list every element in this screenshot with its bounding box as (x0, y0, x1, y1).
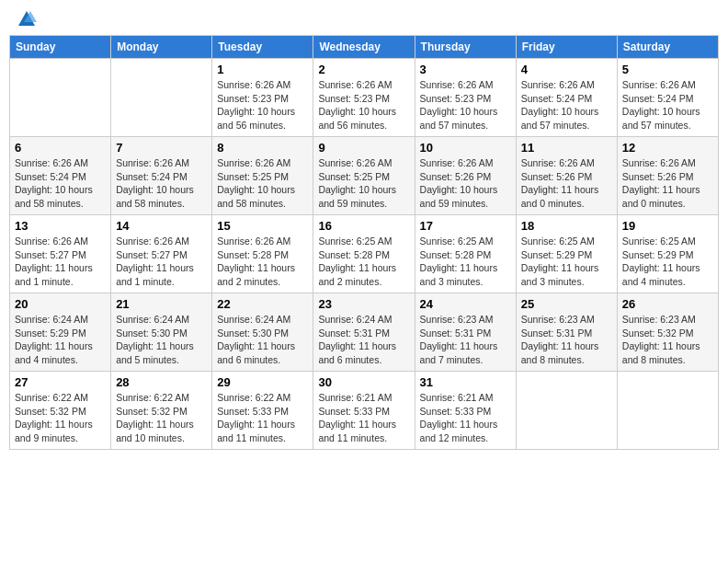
calendar-cell: 7Sunrise: 6:26 AM Sunset: 5:24 PM Daylig… (111, 137, 212, 215)
calendar-cell: 24Sunrise: 6:23 AM Sunset: 5:31 PM Dayli… (415, 293, 516, 372)
day-info: Sunrise: 6:26 AM Sunset: 5:24 PM Dayligh… (15, 156, 106, 211)
page-header (9, 9, 719, 29)
day-info: Sunrise: 6:25 AM Sunset: 5:29 PM Dayligh… (622, 235, 713, 289)
day-number: 12 (622, 141, 713, 155)
calendar-cell: 9Sunrise: 6:26 AM Sunset: 5:25 PM Daylig… (313, 137, 415, 215)
calendar-cell: 10Sunrise: 6:26 AM Sunset: 5:26 PM Dayli… (415, 137, 516, 215)
day-number: 7 (116, 141, 207, 155)
calendar-cell: 26Sunrise: 6:23 AM Sunset: 5:32 PM Dayli… (617, 293, 718, 372)
day-info: Sunrise: 6:23 AM Sunset: 5:32 PM Dayligh… (622, 313, 713, 367)
calendar-cell: 16Sunrise: 6:25 AM Sunset: 5:28 PM Dayli… (313, 215, 415, 293)
day-number: 16 (318, 219, 409, 233)
calendar-cell: 21Sunrise: 6:24 AM Sunset: 5:30 PM Dayli… (111, 293, 212, 372)
day-info: Sunrise: 6:26 AM Sunset: 5:23 PM Dayligh… (318, 78, 409, 132)
day-number: 23 (318, 297, 409, 311)
day-info: Sunrise: 6:26 AM Sunset: 5:23 PM Dayligh… (420, 78, 511, 132)
day-number: 22 (217, 297, 308, 311)
day-info: Sunrise: 6:26 AM Sunset: 5:25 PM Dayligh… (318, 156, 409, 211)
day-info: Sunrise: 6:25 AM Sunset: 5:28 PM Dayligh… (318, 235, 409, 289)
day-number: 17 (420, 219, 511, 233)
day-number: 19 (622, 219, 713, 233)
day-number: 18 (521, 219, 612, 233)
day-number: 2 (318, 63, 409, 76)
calendar-day-header: Monday (111, 36, 212, 59)
day-info: Sunrise: 6:25 AM Sunset: 5:28 PM Dayligh… (420, 235, 511, 289)
day-number: 3 (420, 63, 511, 76)
calendar-cell: 28Sunrise: 6:22 AM Sunset: 5:32 PM Dayli… (111, 372, 212, 450)
calendar-day-header: Wednesday (313, 36, 415, 59)
calendar-cell: 2Sunrise: 6:26 AM Sunset: 5:23 PM Daylig… (313, 59, 415, 137)
calendar-cell: 3Sunrise: 6:26 AM Sunset: 5:23 PM Daylig… (415, 59, 516, 137)
day-info: Sunrise: 6:26 AM Sunset: 5:26 PM Dayligh… (521, 156, 612, 211)
day-info: Sunrise: 6:26 AM Sunset: 5:24 PM Dayligh… (622, 78, 713, 132)
calendar-cell: 29Sunrise: 6:22 AM Sunset: 5:33 PM Dayli… (212, 372, 313, 450)
calendar-day-header: Thursday (415, 36, 516, 59)
calendar-cell: 15Sunrise: 6:26 AM Sunset: 5:28 PM Dayli… (212, 215, 313, 293)
calendar-cell: 23Sunrise: 6:24 AM Sunset: 5:31 PM Dayli… (313, 293, 415, 372)
day-info: Sunrise: 6:25 AM Sunset: 5:29 PM Dayligh… (521, 235, 612, 289)
calendar-cell: 12Sunrise: 6:26 AM Sunset: 5:26 PM Dayli… (617, 137, 718, 215)
day-number: 31 (420, 375, 511, 389)
calendar-table: SundayMondayTuesdayWednesdayThursdayFrid… (9, 35, 719, 450)
calendar-week-row: 20Sunrise: 6:24 AM Sunset: 5:29 PM Dayli… (10, 293, 719, 372)
day-info: Sunrise: 6:24 AM Sunset: 5:31 PM Dayligh… (318, 313, 409, 367)
day-info: Sunrise: 6:22 AM Sunset: 5:32 PM Dayligh… (116, 391, 207, 445)
calendar-day-header: Friday (516, 36, 617, 59)
day-number: 8 (217, 141, 308, 155)
calendar-cell: 14Sunrise: 6:26 AM Sunset: 5:27 PM Dayli… (111, 215, 212, 293)
day-info: Sunrise: 6:23 AM Sunset: 5:31 PM Dayligh… (521, 313, 612, 367)
day-number: 4 (521, 63, 612, 76)
calendar-cell: 4Sunrise: 6:26 AM Sunset: 5:24 PM Daylig… (516, 59, 617, 137)
calendar-cell: 13Sunrise: 6:26 AM Sunset: 5:27 PM Dayli… (10, 215, 111, 293)
day-number: 26 (622, 297, 713, 311)
calendar-cell (10, 59, 111, 137)
calendar-cell: 27Sunrise: 6:22 AM Sunset: 5:32 PM Dayli… (10, 372, 111, 450)
day-info: Sunrise: 6:26 AM Sunset: 5:25 PM Dayligh… (217, 156, 308, 211)
logo-icon (17, 9, 37, 29)
calendar-week-row: 13Sunrise: 6:26 AM Sunset: 5:27 PM Dayli… (10, 215, 719, 293)
calendar-header-row: SundayMondayTuesdayWednesdayThursdayFrid… (10, 36, 719, 59)
day-number: 21 (116, 297, 207, 311)
calendar-cell: 25Sunrise: 6:23 AM Sunset: 5:31 PM Dayli… (516, 293, 617, 372)
calendar-cell: 17Sunrise: 6:25 AM Sunset: 5:28 PM Dayli… (415, 215, 516, 293)
day-info: Sunrise: 6:26 AM Sunset: 5:26 PM Dayligh… (622, 156, 713, 211)
day-number: 27 (15, 375, 106, 389)
day-number: 20 (15, 297, 106, 311)
day-info: Sunrise: 6:22 AM Sunset: 5:33 PM Dayligh… (217, 391, 308, 445)
logo (13, 9, 40, 29)
day-number: 15 (217, 219, 308, 233)
day-info: Sunrise: 6:26 AM Sunset: 5:24 PM Dayligh… (521, 78, 612, 132)
day-number: 14 (116, 219, 207, 233)
calendar-cell: 5Sunrise: 6:26 AM Sunset: 5:24 PM Daylig… (617, 59, 718, 137)
calendar-cell (111, 59, 212, 137)
calendar-week-row: 6Sunrise: 6:26 AM Sunset: 5:24 PM Daylig… (10, 137, 719, 215)
day-info: Sunrise: 6:22 AM Sunset: 5:32 PM Dayligh… (15, 391, 106, 445)
day-info: Sunrise: 6:24 AM Sunset: 5:30 PM Dayligh… (217, 313, 308, 367)
day-info: Sunrise: 6:21 AM Sunset: 5:33 PM Dayligh… (420, 391, 511, 445)
calendar-cell: 6Sunrise: 6:26 AM Sunset: 5:24 PM Daylig… (10, 137, 111, 215)
calendar-cell: 19Sunrise: 6:25 AM Sunset: 5:29 PM Dayli… (617, 215, 718, 293)
day-number: 5 (622, 63, 713, 76)
day-number: 28 (116, 375, 207, 389)
day-number: 25 (521, 297, 612, 311)
day-number: 13 (15, 219, 106, 233)
day-info: Sunrise: 6:26 AM Sunset: 5:27 PM Dayligh… (15, 235, 106, 289)
day-number: 29 (217, 375, 308, 389)
day-number: 11 (521, 141, 612, 155)
day-info: Sunrise: 6:26 AM Sunset: 5:28 PM Dayligh… (217, 235, 308, 289)
calendar-cell: 1Sunrise: 6:26 AM Sunset: 5:23 PM Daylig… (212, 59, 313, 137)
day-info: Sunrise: 6:26 AM Sunset: 5:24 PM Dayligh… (116, 156, 207, 211)
day-number: 24 (420, 297, 511, 311)
day-info: Sunrise: 6:26 AM Sunset: 5:26 PM Dayligh… (420, 156, 511, 211)
day-info: Sunrise: 6:23 AM Sunset: 5:31 PM Dayligh… (420, 313, 511, 367)
calendar-cell: 20Sunrise: 6:24 AM Sunset: 5:29 PM Dayli… (10, 293, 111, 372)
calendar-cell: 8Sunrise: 6:26 AM Sunset: 5:25 PM Daylig… (212, 137, 313, 215)
day-info: Sunrise: 6:26 AM Sunset: 5:27 PM Dayligh… (116, 235, 207, 289)
calendar-day-header: Tuesday (212, 36, 313, 59)
calendar-week-row: 1Sunrise: 6:26 AM Sunset: 5:23 PM Daylig… (10, 59, 719, 137)
day-info: Sunrise: 6:26 AM Sunset: 5:23 PM Dayligh… (217, 78, 308, 132)
day-info: Sunrise: 6:24 AM Sunset: 5:30 PM Dayligh… (116, 313, 207, 367)
calendar-cell: 11Sunrise: 6:26 AM Sunset: 5:26 PM Dayli… (516, 137, 617, 215)
calendar-cell: 31Sunrise: 6:21 AM Sunset: 5:33 PM Dayli… (415, 372, 516, 450)
calendar-cell (516, 372, 617, 450)
